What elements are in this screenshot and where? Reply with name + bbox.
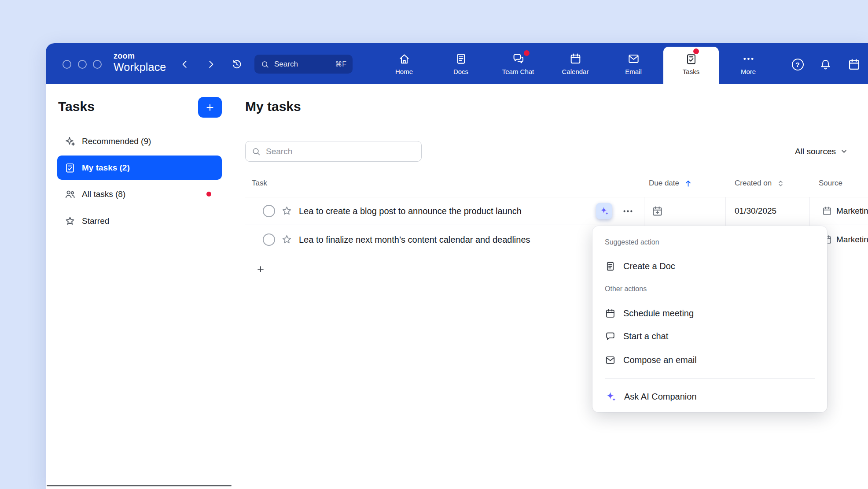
sidebar: Tasks Recommended (9) My tasks (2) All t…: [46, 84, 233, 489]
nav-item-more[interactable]: More: [721, 43, 775, 84]
star-icon: [64, 215, 76, 227]
nav-label: More: [741, 68, 756, 75]
column-header-source: Source: [819, 170, 842, 197]
more-ellipsis-icon: [742, 52, 755, 65]
table-header-row: Task Due date Created on Source: [245, 170, 868, 197]
popover-item-ask-ai-companion[interactable]: Ask AI Companion: [592, 385, 827, 408]
notifications-button[interactable]: [817, 56, 834, 73]
sidebar-item-label: Starred: [82, 216, 109, 226]
window-zoom-button[interactable]: [93, 60, 102, 69]
window-bottom-edge: [47, 485, 232, 486]
sidebar-item-recommended[interactable]: Recommended (9): [57, 129, 222, 153]
global-search[interactable]: Search ⌘F: [254, 55, 353, 74]
window-close-button[interactable]: [63, 60, 71, 69]
column-divider: [725, 197, 726, 225]
chevron-left-icon: [179, 59, 191, 70]
popover-item-label: Create a Doc: [623, 261, 675, 271]
nav-item-calendar[interactable]: Calendar: [548, 43, 602, 84]
ai-sparkle-icon: [605, 391, 617, 403]
bell-icon: [819, 58, 832, 71]
window-minimize-button[interactable]: [78, 60, 87, 69]
sidebar-item-label: All tasks (8): [82, 189, 125, 199]
sparkle-icon: [64, 136, 76, 147]
task-search-input[interactable]: [266, 147, 416, 156]
tasks-notification-dot: [693, 48, 699, 54]
nav-label: Tasks: [683, 68, 699, 75]
popover-item-compose-email[interactable]: Compose an email: [592, 348, 827, 372]
search-icon: [261, 60, 269, 69]
doc-icon: [605, 261, 616, 272]
star-icon[interactable]: [281, 205, 293, 217]
page-title: My tasks: [245, 99, 301, 114]
help-icon: ?: [792, 59, 804, 70]
logo-zoom-text: zoom: [114, 52, 166, 60]
popover-section-heading: Suggested action: [605, 238, 659, 246]
column-header-due-date[interactable]: Due date: [649, 170, 693, 197]
ai-sparkle-icon: [599, 206, 609, 216]
home-icon: [398, 52, 411, 65]
sidebar-item-all-tasks[interactable]: All tasks (8): [57, 182, 222, 206]
sort-arrow-up-icon: [684, 179, 693, 188]
ai-companion-button[interactable]: [596, 203, 612, 219]
schedule-button[interactable]: [845, 56, 863, 73]
nav-item-tasks[interactable]: Tasks: [664, 43, 718, 84]
task-title: Lea to finalize next month’s content cal…: [299, 234, 530, 244]
star-icon[interactable]: [281, 233, 293, 245]
task-complete-checkbox[interactable]: [263, 205, 275, 217]
created-on-value: 01/30/2025: [735, 206, 776, 216]
history-button[interactable]: [228, 56, 246, 73]
nav-label: Email: [625, 68, 642, 75]
row-more-actions-button[interactable]: [618, 202, 637, 220]
popover-item-label: Ask AI Companion: [624, 392, 697, 402]
popover-section-heading: Other actions: [605, 285, 647, 293]
sidebar-title: Tasks: [58, 99, 95, 114]
nav-item-team-chat[interactable]: Team Chat: [491, 43, 545, 84]
people-icon: [64, 189, 76, 200]
task-row[interactable]: Lea to create a blog post to announce th…: [245, 197, 868, 225]
my-tasks-icon: [64, 162, 76, 174]
sidebar-item-label: Recommended (9): [82, 137, 151, 146]
chat-bubble-icon: [605, 331, 616, 342]
task-search-field[interactable]: [245, 141, 422, 162]
task-title: Lea to create a blog post to announce th…: [299, 206, 522, 216]
email-icon: [605, 355, 616, 366]
global-search-placeholder: Search: [274, 60, 298, 69]
column-header-created-on[interactable]: Created on: [735, 170, 785, 197]
nav-label: Team Chat: [502, 68, 534, 75]
tasks-icon: [685, 52, 698, 65]
popover-divider: [605, 378, 815, 379]
task-complete-checkbox[interactable]: [263, 233, 275, 246]
popover-item-label: Start a chat: [623, 331, 668, 341]
source-value: Marketing: [836, 235, 868, 244]
nav-item-docs[interactable]: Docs: [434, 43, 488, 84]
sidebar-item-my-tasks[interactable]: My tasks (2): [57, 156, 222, 180]
nav-item-email[interactable]: Email: [607, 43, 660, 84]
titlebar: zoom Workplace Search ⌘F Home Docs T: [46, 43, 868, 84]
popover-item-schedule-meeting[interactable]: Schedule meeting: [592, 301, 827, 325]
column-label: Due date: [649, 179, 679, 188]
nav-back-button[interactable]: [176, 56, 194, 73]
email-icon: [627, 52, 640, 65]
add-due-date-button[interactable]: [648, 202, 666, 220]
plus-icon: [205, 102, 215, 113]
add-task-button[interactable]: [198, 97, 222, 118]
nav-forward-button[interactable]: [202, 56, 220, 73]
global-search-shortcut: ⌘F: [335, 60, 346, 68]
all-tasks-notification-dot: [206, 192, 211, 196]
column-label: Source: [819, 179, 842, 188]
nav-item-home[interactable]: Home: [377, 43, 431, 84]
sources-filter-dropdown[interactable]: All sources: [795, 141, 848, 162]
column-label: Created on: [735, 179, 772, 188]
team-chat-icon: [512, 52, 525, 65]
sidebar-item-starred[interactable]: Starred: [57, 209, 222, 233]
add-task-inline-button[interactable]: [253, 261, 268, 277]
help-button[interactable]: ?: [789, 56, 806, 73]
chevron-down-icon: [840, 147, 848, 156]
search-icon: [251, 147, 261, 156]
popover-item-create-doc[interactable]: Create a Doc: [592, 254, 827, 278]
source-value: Marketing: [836, 206, 868, 216]
popover-item-start-chat[interactable]: Start a chat: [592, 324, 827, 348]
popover-item-label: Schedule meeting: [623, 308, 694, 319]
help-glyph: ?: [795, 61, 799, 68]
sources-filter-value: All sources: [795, 147, 836, 156]
